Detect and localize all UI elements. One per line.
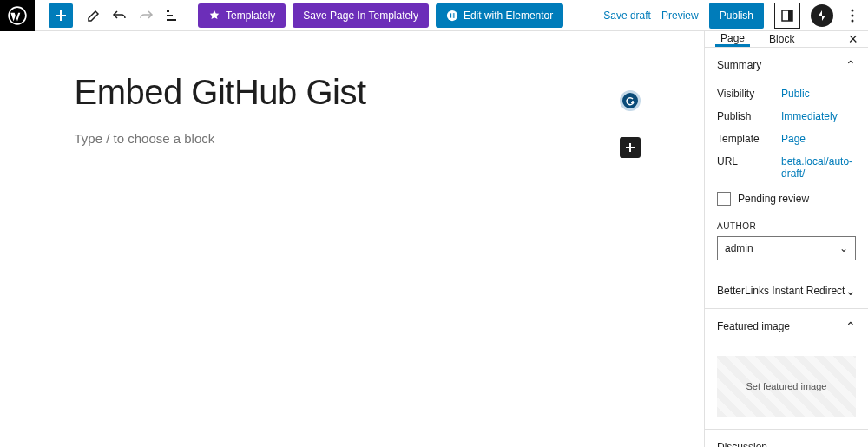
svg-point-8 xyxy=(852,9,854,11)
top-toolbar: Templately Save Page In Templately Edit … xyxy=(0,0,868,31)
sidebar-tabs: Page Block × xyxy=(705,31,868,48)
visibility-label: Visibility xyxy=(717,88,781,100)
edit-elementor-label: Edit with Elementor xyxy=(464,10,553,22)
svg-rect-5 xyxy=(453,16,455,17)
undo-icon[interactable] xyxy=(108,3,132,28)
save-page-label: Save Page In Templately xyxy=(303,10,418,22)
svg-point-9 xyxy=(852,14,854,16)
svg-rect-7 xyxy=(788,10,792,21)
templately-icon xyxy=(208,10,220,22)
add-block-toolbar-button[interactable] xyxy=(49,3,73,28)
grammarly-icon[interactable] xyxy=(620,90,641,111)
redo-icon[interactable] xyxy=(134,3,158,28)
pending-review-row[interactable]: Pending review xyxy=(717,185,856,213)
template-value[interactable]: Page xyxy=(781,133,806,145)
inline-add-block-button[interactable] xyxy=(620,137,641,158)
pending-review-checkbox[interactable] xyxy=(717,192,731,206)
panel-betterlinks-header[interactable]: BetterLinks Instant Redirect ⌄ xyxy=(705,273,868,308)
toolbar-left: Templately Save Page In Templately Edit … xyxy=(35,3,563,28)
set-featured-image-label: Set featured image xyxy=(746,381,827,391)
publish-label: Publish xyxy=(720,10,753,22)
panel-discussion-title: Discussion xyxy=(717,441,767,447)
url-value[interactable]: beta.local/auto-draft/ xyxy=(781,155,856,180)
chevron-down-icon: ⌄ xyxy=(845,440,856,447)
panel-betterlinks: BetterLinks Instant Redirect ⌄ xyxy=(705,273,868,309)
set-featured-image-button[interactable]: Set featured image xyxy=(717,356,856,417)
svg-point-10 xyxy=(852,19,854,22)
author-heading: AUTHOR xyxy=(717,213,856,236)
page-title[interactable]: Embed GitHub Gist xyxy=(75,73,630,112)
panel-featured-title: Featured image xyxy=(717,320,790,332)
wp-logo[interactable] xyxy=(0,0,35,31)
more-options-icon[interactable] xyxy=(844,3,861,29)
settings-sidebar-toggle[interactable] xyxy=(774,3,800,29)
panel-discussion-header[interactable]: Discussion ⌄ xyxy=(705,430,868,447)
tab-page[interactable]: Page xyxy=(715,31,750,47)
main-layout: Embed GitHub Gist Type / to choose a blo… xyxy=(0,31,868,447)
elementor-icon xyxy=(446,10,458,22)
editor-canvas: Embed GitHub Gist Type / to choose a blo… xyxy=(0,31,704,447)
settings-sidebar: Page Block × Summary ⌃ VisibilityPublic … xyxy=(704,31,868,447)
panel-discussion: Discussion ⌄ xyxy=(705,430,868,447)
templately-button[interactable]: Templately xyxy=(198,3,286,28)
preview-button[interactable]: Preview xyxy=(661,10,699,22)
chevron-up-icon: ⌃ xyxy=(845,58,856,72)
visibility-value[interactable]: Public xyxy=(781,88,810,100)
svg-rect-3 xyxy=(453,13,455,14)
toolbar-right: Save draft Preview Publish xyxy=(603,3,868,29)
panel-betterlinks-title: BetterLinks Instant Redirect xyxy=(717,285,845,297)
save-page-templately-button[interactable]: Save Page In Templately xyxy=(293,3,429,28)
templately-label: Templately xyxy=(226,10,275,22)
publish-label: Publish xyxy=(717,110,781,122)
panel-featured-image: Featured image ⌃ Set featured image xyxy=(705,309,868,430)
save-draft-button[interactable]: Save draft xyxy=(603,10,651,22)
url-label: URL xyxy=(717,155,781,168)
author-select[interactable]: admin ⌄ xyxy=(717,236,856,260)
svg-rect-4 xyxy=(453,15,455,16)
svg-rect-2 xyxy=(450,13,451,17)
tab-block[interactable]: Block xyxy=(764,31,799,47)
pending-review-label: Pending review xyxy=(738,193,809,205)
chevron-down-icon: ⌄ xyxy=(839,242,848,254)
edit-elementor-button[interactable]: Edit with Elementor xyxy=(436,3,563,28)
chevron-up-icon: ⌃ xyxy=(845,319,856,333)
edit-icon[interactable] xyxy=(82,3,106,28)
block-placeholder[interactable]: Type / to choose a block xyxy=(75,131,630,146)
list-view-icon[interactable] xyxy=(160,3,184,28)
panel-summary-header[interactable]: Summary ⌃ xyxy=(705,48,868,82)
panel-summary-title: Summary xyxy=(717,59,761,71)
jetpack-icon[interactable] xyxy=(811,4,833,27)
author-value: admin xyxy=(725,242,753,254)
panel-featured-header[interactable]: Featured image ⌃ xyxy=(705,309,868,344)
publish-value[interactable]: Immediately xyxy=(781,110,838,122)
close-sidebar-icon[interactable]: × xyxy=(848,31,858,47)
template-label: Template xyxy=(717,133,781,145)
svg-point-1 xyxy=(447,10,457,20)
chevron-down-icon: ⌄ xyxy=(845,284,856,298)
panel-summary: Summary ⌃ VisibilityPublic PublishImmedi… xyxy=(705,48,868,273)
publish-button[interactable]: Publish xyxy=(709,3,764,29)
